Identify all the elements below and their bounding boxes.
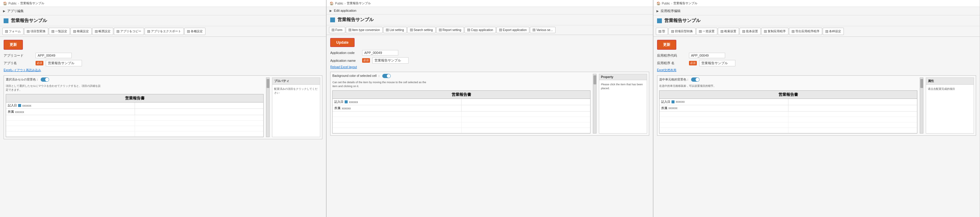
tab-3[interactable]: Search setting <box>407 27 436 33</box>
form-value: 営業報告サンプル <box>46 60 82 66</box>
tab-5[interactable]: 复制应用程序 <box>761 28 788 35</box>
home-icon: 🏠 <box>329 2 334 5</box>
home-icon: 🏠 <box>657 2 661 5</box>
form-value: APP_00049 <box>689 53 725 58</box>
expand-label: アプリ編集 <box>7 9 24 13</box>
expand-icon: ▶ <box>657 10 659 13</box>
report-row-1: 所属xxxxxx <box>659 105 917 112</box>
expand-label: Edit application <box>334 9 356 12</box>
report-cell-0-1 <box>461 99 590 105</box>
content-area: UpdateApplication codeAPP_00049Applicati… <box>326 35 652 217</box>
tab-3[interactable]: 検索設定 <box>70 28 92 35</box>
tab-6[interactable]: アプリをエクスポート <box>145 28 184 35</box>
tab-label: 各种设定 <box>829 29 841 34</box>
bg-color-label: 選択済みセルの背景色： <box>6 77 39 82</box>
tab-1[interactable]: Item type conversion <box>346 27 383 33</box>
tab-label: 一覧設定 <box>55 29 67 34</box>
panel-0: 🏠 Public › 営業報告サンプル ▶ アプリ編集 営業報告サンプル フォー… <box>0 0 326 217</box>
update-button[interactable]: 更新 <box>4 40 23 50</box>
toggle-switch[interactable] <box>382 74 391 78</box>
report-row-1: 所属xxxxxx <box>332 105 590 112</box>
editor-wrapper: Background color of selected cell ： Can … <box>330 72 649 136</box>
expand-section[interactable]: ▶ 应用程序编辑 <box>654 7 980 15</box>
tab-label: 检索设置 <box>724 29 736 34</box>
tab-grid-icon <box>659 30 661 33</box>
tab-1[interactable]: 切项目型转换 <box>668 28 695 35</box>
tab-grid-icon <box>116 30 119 33</box>
property-panel: 属性请点击配置完成的项目 <box>926 77 974 134</box>
tab-6[interactable]: 导出应用程序程序 <box>789 28 822 35</box>
tab-label: 复制应用程序 <box>768 29 786 34</box>
empty-row-0 <box>659 112 917 117</box>
report-title: 営業報告書 <box>6 94 263 102</box>
tab-0[interactable]: フォーム <box>2 28 24 35</box>
tab-label: 各種設定 <box>191 29 203 34</box>
report-row-1: 所属xxxxxx <box>6 109 263 115</box>
expand-section[interactable]: ▶ アプリ編集 <box>0 7 326 15</box>
tab-label: 批条设置 <box>746 29 758 34</box>
expand-label: 应用程序编辑 <box>661 9 681 13</box>
tab-4[interactable]: 帳票設定 <box>92 28 113 35</box>
breadcrumb-home[interactable]: Public <box>335 2 343 5</box>
form-label: アプリコード <box>4 53 34 58</box>
content-area: 更新应用程序代码APP_00049应用程序 名必須営業報告サンプルExcel文档… <box>654 37 980 217</box>
vertical-scrollbar[interactable] <box>593 74 597 134</box>
property-header: プロパティ <box>272 78 320 85</box>
tab-7[interactable]: Various se... <box>530 27 555 33</box>
tab-4[interactable]: Report setting <box>436 27 464 33</box>
expand-section[interactable]: ▶ Edit application <box>326 7 652 14</box>
report-cell-1-1 <box>788 105 917 111</box>
toggle-switch[interactable] <box>41 77 49 82</box>
excel-link[interactable]: Excel文档布局 <box>657 68 976 72</box>
report-cell-1-1 <box>135 109 264 115</box>
tab-grid-icon <box>332 29 334 31</box>
form-label: Application code <box>330 51 360 54</box>
excel-link[interactable]: Reload Excel layout <box>330 65 649 69</box>
update-button[interactable]: Update <box>330 38 355 47</box>
breadcrumb-current: 営業報告サンプル <box>673 1 697 5</box>
tab-label: 导出应用程序程序 <box>795 29 819 34</box>
tab-0[interactable]: 型 <box>656 28 668 35</box>
cell-value: xxxxxx <box>15 110 24 113</box>
report-cell-0-0: 記入日xxxxxx <box>659 99 788 105</box>
update-button[interactable]: 更新 <box>657 40 676 50</box>
editor-wrapper: 选中单元格的背景色： 在选中的单元格移鼠标，可以设置项目的细节。営業報告書記入日… <box>657 75 976 136</box>
tab-1[interactable]: 項目型変換 <box>24 28 48 35</box>
property-header: 属性 <box>926 78 974 85</box>
tab-label: List setting <box>390 28 404 32</box>
tab-7[interactable]: 各种设定 <box>823 28 844 35</box>
tab-5[interactable]: Copy application <box>465 27 496 33</box>
toggle-switch[interactable] <box>691 77 700 82</box>
tab-5[interactable]: アプリをコピー <box>114 28 144 35</box>
tab-bar: Form Item type conversion List setting S… <box>326 25 652 35</box>
cell-value: xxxxxx <box>676 100 685 104</box>
tab-2[interactable]: 一覧設定 <box>49 28 70 35</box>
bg-color-row: Background color of selected cell ： <box>332 74 590 78</box>
home-icon: 🏠 <box>3 2 7 5</box>
tab-6[interactable]: Export application <box>496 27 530 33</box>
app-title-bar: 営業報告サンプル <box>654 15 980 26</box>
form-row-1: アプリ名必須営業報告サンプル <box>4 60 322 66</box>
property-panel: プロパティ配置済みの項目をクリックしてください <box>272 77 320 137</box>
tab-7[interactable]: 各種設定 <box>185 28 205 35</box>
tab-0[interactable]: Form <box>329 27 345 33</box>
vertical-scrollbar[interactable] <box>920 77 923 134</box>
tab-3[interactable]: 检索设置 <box>718 28 739 35</box>
empty-row-0 <box>332 112 590 117</box>
breadcrumb-home[interactable]: Public <box>8 2 17 5</box>
form-row-1: 应用程序 名必須営業報告サンプル <box>657 60 976 66</box>
tab-grid-icon <box>73 30 76 33</box>
breadcrumb-current: 営業報告サンプル <box>347 1 371 5</box>
vertical-scrollbar[interactable] <box>266 77 270 137</box>
breadcrumb-home[interactable]: Public <box>662 2 670 5</box>
cell-icon <box>18 104 21 107</box>
excel-link[interactable]: Excelレイアウト再読み込み <box>4 68 322 72</box>
tab-2[interactable]: 一览设置 <box>696 28 717 35</box>
tab-grid-icon <box>764 30 767 33</box>
hint-text: 項目として選択したセルにマウスを合わせてクリックすると、項目の詳細を設定できます… <box>6 84 102 92</box>
tab-2[interactable]: List setting <box>383 27 407 33</box>
empty-row-1 <box>332 117 590 122</box>
hint-text: 在选中的单元格移鼠标，可以设置项目的细节。 <box>659 84 756 88</box>
tab-label: フォーム <box>9 29 21 34</box>
tab-4[interactable]: 批条设置 <box>740 28 761 35</box>
